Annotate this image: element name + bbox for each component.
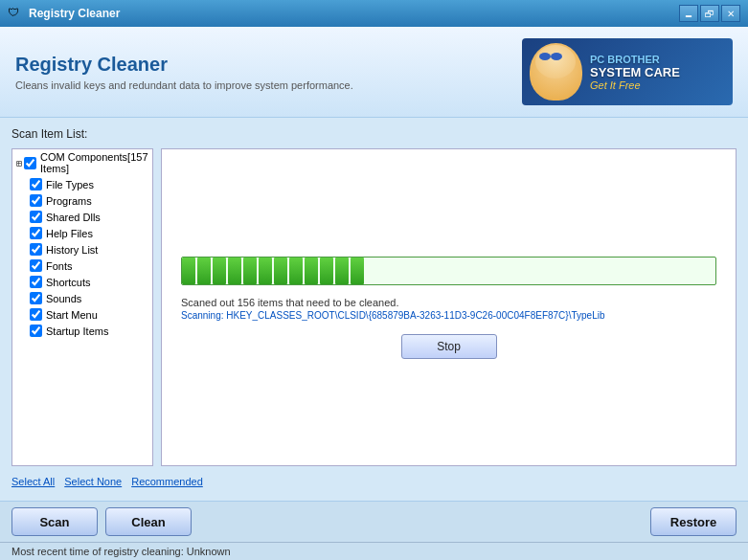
list-item[interactable]: History List xyxy=(12,241,152,258)
item-label: Sounds xyxy=(46,293,81,304)
select-all-button[interactable]: Select All xyxy=(11,476,55,487)
banner[interactable]: PC BROTHER SYSTEM CARE Get It Free xyxy=(522,38,733,105)
item-label: Fonts xyxy=(46,260,73,272)
progress-segment xyxy=(243,258,257,284)
checkbox[interactable] xyxy=(30,276,42,288)
recommended-button[interactable]: Recommended xyxy=(131,476,203,487)
item-label: Start Menu xyxy=(46,309,98,321)
progress-segment xyxy=(182,258,195,284)
progress-segment xyxy=(259,258,272,284)
header-section: Registry Cleaner Cleans invalid keys and… xyxy=(0,27,748,118)
item-label: COM Components[157 Items] xyxy=(40,151,148,174)
list-item[interactable]: Programs xyxy=(12,192,152,209)
checklist: ⊞COM Components[157 Items]File TypesProg… xyxy=(12,149,152,339)
window-controls: 🗕 🗗 ✕ xyxy=(679,5,740,22)
item-label: Shortcuts xyxy=(46,277,90,288)
banner-mascot xyxy=(530,43,582,101)
list-item[interactable]: Help Files xyxy=(12,225,152,241)
header-text: Registry Cleaner Cleans invalid keys and… xyxy=(15,54,353,91)
banner-text: PC BROTHER SYSTEM CARE Get It Free xyxy=(590,54,680,91)
progress-segment xyxy=(320,258,333,284)
progress-segment xyxy=(305,258,318,284)
progress-segment xyxy=(351,258,364,284)
stop-button[interactable]: Stop xyxy=(401,334,497,359)
item-label: Programs xyxy=(46,195,92,207)
progress-segment xyxy=(228,258,241,284)
item-label: Startup Items xyxy=(46,325,108,337)
page-subtitle: Cleans invalid keys and redundant data t… xyxy=(15,79,353,91)
checkbox[interactable] xyxy=(30,194,42,207)
bottom-links: Select All Select None Recommended xyxy=(11,472,737,491)
checkbox[interactable] xyxy=(30,259,42,272)
expand-icon[interactable]: ⊞ xyxy=(16,158,22,168)
status-text: Most recent time of registry cleaning: U… xyxy=(11,546,231,557)
progress-segment xyxy=(289,258,303,284)
status-bar: Most recent time of registry cleaning: U… xyxy=(0,542,748,560)
progress-container xyxy=(181,257,716,285)
page-title: Registry Cleaner xyxy=(15,54,353,76)
checkbox[interactable] xyxy=(30,325,42,337)
minimize-button[interactable]: 🗕 xyxy=(679,5,698,22)
clean-button[interactable]: Clean xyxy=(105,507,192,536)
progress-bar xyxy=(182,258,715,284)
item-label: History List xyxy=(46,244,98,256)
list-item[interactable]: File Types xyxy=(12,176,152,192)
item-label: Help Files xyxy=(46,228,93,239)
checklist-panel: ⊞COM Components[157 Items]File TypesProg… xyxy=(11,148,153,466)
main-content: Scan Item List: ⊞COM Components[157 Item… xyxy=(0,118,748,501)
list-item[interactable]: Sounds xyxy=(12,290,152,306)
footer: Scan Clean Restore xyxy=(0,501,748,542)
item-label: File Types xyxy=(46,179,94,190)
banner-line2: SYSTEM CARE xyxy=(590,65,680,79)
restore-button[interactable]: 🗗 xyxy=(700,5,719,22)
list-item[interactable]: Shared Dlls xyxy=(12,209,152,225)
checkbox[interactable] xyxy=(30,227,42,239)
progress-segment xyxy=(197,258,211,284)
checkbox[interactable] xyxy=(24,157,36,169)
progress-segment xyxy=(213,258,226,284)
checkbox[interactable] xyxy=(30,292,42,304)
list-item[interactable]: Startup Items xyxy=(12,323,152,339)
list-item[interactable]: ⊞COM Components[157 Items] xyxy=(12,149,152,176)
restore-button[interactable]: Restore xyxy=(650,507,737,536)
banner-line1: PC BROTHER xyxy=(590,54,680,65)
list-item[interactable]: Shortcuts xyxy=(12,274,152,290)
scan-button[interactable]: Scan xyxy=(11,507,98,536)
app-icon: 🛡 xyxy=(8,6,23,21)
banner-line3: Get It Free xyxy=(590,79,680,91)
select-none-button[interactable]: Select None xyxy=(64,476,122,487)
item-label: Shared Dlls xyxy=(46,212,101,223)
progress-segment xyxy=(335,258,349,284)
list-item[interactable]: Fonts xyxy=(12,258,152,274)
panels: ⊞COM Components[157 Items]File TypesProg… xyxy=(11,148,737,466)
scan-status-count: Scaned out 156 items that need to be cle… xyxy=(181,297,716,308)
checkbox[interactable] xyxy=(30,243,42,256)
checkbox[interactable] xyxy=(30,211,42,223)
list-item[interactable]: Start Menu xyxy=(12,306,152,323)
progress-segment xyxy=(274,258,287,284)
scan-item-list-label: Scan Item List: xyxy=(11,127,737,141)
scan-status-panel: Scaned out 156 items that need to be cle… xyxy=(161,148,737,466)
checkbox[interactable] xyxy=(30,178,42,190)
checkbox[interactable] xyxy=(30,308,42,321)
title-bar: 🛡 Registry Cleaner 🗕 🗗 ✕ xyxy=(0,0,748,27)
close-button[interactable]: ✕ xyxy=(721,5,740,22)
title-bar-label: Registry Cleaner xyxy=(29,7,679,20)
scan-status-path: Scanning: HKEY_CLASSES_ROOT\CLSID\{68587… xyxy=(181,310,716,321)
